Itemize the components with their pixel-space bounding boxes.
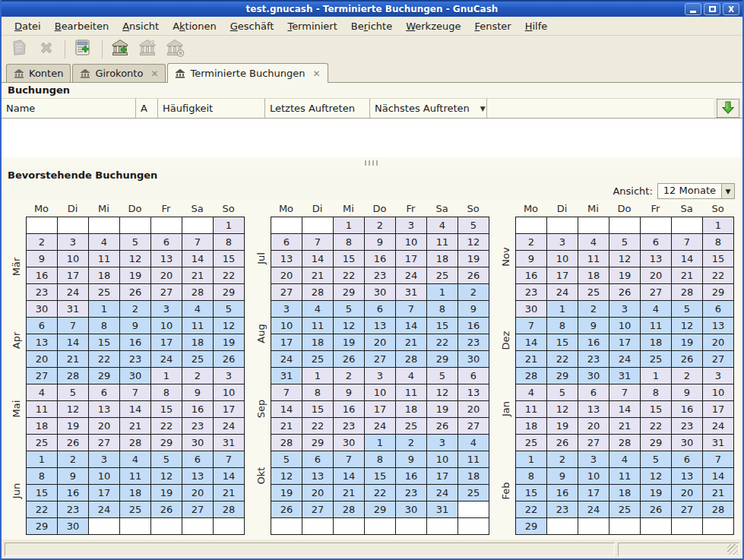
calendar-day-cell[interactable]: 21 (58, 351, 89, 368)
calendar-day-cell[interactable]: 2 (578, 301, 609, 318)
calendar-day-cell[interactable]: 2 (396, 435, 427, 451)
calendar-day-cell[interactable]: 26 (151, 501, 182, 518)
calendar-day-cell[interactable]: 6 (703, 301, 734, 318)
calendar-day-cell[interactable]: 25 (396, 418, 427, 435)
calendar-day-cell[interactable]: 15 (365, 468, 396, 485)
calendar-day-cell[interactable]: 11 (302, 318, 334, 334)
calendar-day-cell[interactable]: 24 (547, 284, 578, 301)
calendar-day-cell[interactable]: 12 (609, 251, 641, 267)
calendar-day-cell[interactable]: 19 (58, 418, 89, 435)
calendar-day-cell[interactable]: 18 (27, 418, 58, 435)
calendar-day-cell[interactable]: 26 (427, 418, 458, 435)
calendar-day-cell[interactable]: 2 (27, 234, 58, 251)
calendar-day-cell[interactable]: 1 (703, 217, 734, 234)
calendar-day-cell[interactable]: 4 (578, 234, 609, 251)
calendar-day-cell[interactable]: 10 (365, 384, 396, 401)
calendar-day-cell[interactable]: 27 (365, 351, 396, 368)
calendar-day-cell[interactable]: 13 (271, 251, 302, 267)
tab-girokonto[interactable]: Girokonto ✕ (72, 64, 166, 82)
calendar-day-cell[interactable]: 18 (578, 267, 609, 284)
calendar-day-cell[interactable]: 7 (58, 318, 89, 334)
calendar-day-cell[interactable]: 13 (578, 401, 609, 418)
calendar-day-cell[interactable]: 5 (334, 301, 365, 318)
calendar-day-cell[interactable]: 30 (396, 501, 427, 518)
calendar-day-cell[interactable]: 12 (271, 468, 302, 485)
calendar-day-cell[interactable]: 8 (641, 384, 672, 401)
close-button[interactable]: X (723, 3, 739, 15)
calendar-day-cell[interactable]: 1 (334, 217, 365, 234)
calendar-day-cell[interactable]: 13 (302, 468, 334, 485)
calendar-day-cell[interactable]: 26 (609, 284, 641, 301)
calendar-day-cell[interactable]: 7 (120, 384, 151, 401)
calendar-day-cell[interactable]: 20 (365, 334, 396, 351)
calendar-day-cell[interactable]: 24 (703, 418, 734, 435)
calendar-day-cell[interactable]: 27 (578, 435, 609, 451)
calendar-day-cell[interactable]: 16 (578, 334, 609, 351)
calendar-day-cell[interactable]: 24 (609, 351, 641, 368)
calendar-day-cell[interactable]: 9 (458, 301, 489, 318)
calendar-day-cell[interactable]: 16 (458, 318, 489, 334)
calendar-day-cell[interactable]: 3 (427, 435, 458, 451)
calendar-day-cell[interactable]: 15 (214, 251, 245, 267)
calendar-day-cell[interactable]: 28 (609, 435, 641, 451)
calendar-day-cell[interactable]: 25 (302, 351, 334, 368)
calendar-day-cell[interactable]: 28 (182, 284, 214, 301)
calendar-day-cell[interactable]: 28 (271, 435, 302, 451)
calendar-day-cell[interactable]: 30 (27, 301, 58, 318)
calendar-day-cell[interactable]: 21 (214, 485, 245, 501)
calendar-day-cell[interactable]: 6 (27, 318, 58, 334)
calendar-day-cell[interactable]: 17 (214, 401, 245, 418)
calendar-day-cell[interactable]: 25 (89, 284, 120, 301)
calendar-day-cell[interactable]: 1 (27, 451, 58, 468)
calendar-day-cell[interactable]: 24 (89, 501, 120, 518)
calendar-day-cell[interactable]: 28 (516, 368, 547, 384)
calendar-day-cell[interactable]: 30 (365, 284, 396, 301)
calendar-day-cell[interactable]: 31 (609, 368, 641, 384)
calendar-day-cell[interactable]: 14 (58, 334, 89, 351)
calendar-day-cell[interactable]: 2 (120, 301, 151, 318)
calendar-day-cell[interactable]: 10 (396, 234, 427, 251)
calendar-day-cell[interactable]: 5 (672, 301, 703, 318)
calendar-day-cell[interactable]: 16 (672, 401, 703, 418)
calendar-day-cell[interactable]: 7 (396, 301, 427, 318)
calendar-day-cell[interactable]: 15 (703, 251, 734, 267)
calendar-day-cell[interactable]: 21 (396, 334, 427, 351)
calendar-day-cell[interactable]: 23 (365, 267, 396, 284)
calendar-day-cell[interactable]: 9 (365, 234, 396, 251)
calendar-day-cell[interactable]: 20 (458, 401, 489, 418)
calendar-day-cell[interactable]: 29 (89, 368, 120, 384)
calendar-day-cell[interactable]: 26 (120, 284, 151, 301)
calendar-day-cell[interactable]: 17 (365, 401, 396, 418)
calendar-day-cell[interactable]: 1 (89, 301, 120, 318)
calendar-day-cell[interactable]: 13 (89, 401, 120, 418)
calendar-day-cell[interactable]: 10 (271, 318, 302, 334)
calendar-day-cell[interactable]: 25 (641, 351, 672, 368)
calendar-day-cell[interactable]: 12 (641, 468, 672, 485)
calendar-day-cell[interactable]: 2 (547, 451, 578, 468)
calendar-day-cell[interactable]: 20 (27, 351, 58, 368)
calendar-day-cell[interactable]: 5 (547, 384, 578, 401)
column-header-a[interactable]: A (136, 98, 158, 119)
calendar-day-cell[interactable]: 6 (302, 451, 334, 468)
calendar-day-cell[interactable]: 31 (271, 368, 302, 384)
calendar-day-cell[interactable]: 3 (89, 451, 120, 468)
calendar-day-cell[interactable]: 26 (547, 435, 578, 451)
calendar-day-cell[interactable]: 25 (516, 435, 547, 451)
pane-splitter[interactable] (2, 157, 742, 169)
calendar-day-cell[interactable]: 22 (27, 501, 58, 518)
calendar-day-cell[interactable]: 24 (396, 267, 427, 284)
calendar-day-cell[interactable]: 1 (516, 451, 547, 468)
calendar-day-cell[interactable]: 4 (89, 234, 120, 251)
tab-close-icon[interactable]: ✕ (150, 68, 158, 79)
calendar-day-cell[interactable]: 27 (458, 418, 489, 435)
calendar-day-cell[interactable]: 6 (365, 301, 396, 318)
calendar-day-cell[interactable]: 9 (578, 318, 609, 334)
calendar-day-cell[interactable]: 15 (641, 401, 672, 418)
calendar-day-cell[interactable]: 17 (89, 485, 120, 501)
calendar-day-cell[interactable]: 14 (703, 468, 734, 485)
calendar-day-cell[interactable]: 27 (271, 284, 302, 301)
calendar-day-cell[interactable]: 3 (609, 301, 641, 318)
calendar-day-cell[interactable]: 19 (458, 251, 489, 267)
calendar-day-cell[interactable]: 21 (516, 351, 547, 368)
calendar-day-cell[interactable]: 18 (516, 418, 547, 435)
